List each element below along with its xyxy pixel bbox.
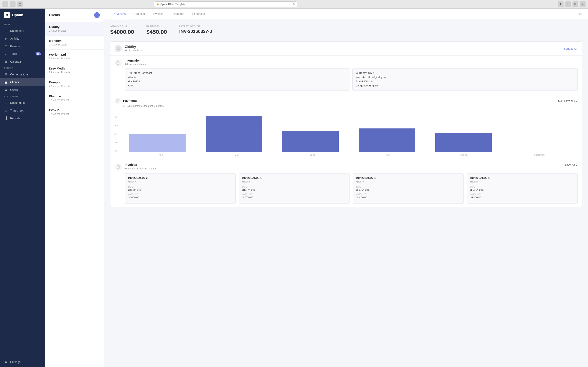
period-selector[interactable]: Last 6 Months ∨	[558, 99, 578, 102]
invoice-amount-label-2: Amount	[356, 193, 460, 196]
invoices-title: Invoices	[125, 163, 137, 166]
payments-header: Payments Last 6 Months ∨	[114, 97, 578, 104]
sidebar-item-dashboard[interactable]: Dashboard	[0, 27, 45, 35]
sidebar-item-calendar[interactable]: Calendar	[0, 58, 45, 66]
sidebar-item-conversations[interactable]: Conversations	[0, 71, 45, 78]
client-item-0[interactable]: Giddify 1 Active Project	[45, 22, 104, 36]
sidebar-toggle-button[interactable]: ◫	[17, 1, 23, 7]
windows-button[interactable]: ⧉	[572, 1, 578, 7]
sidebar-item-projects[interactable]: Projects	[0, 42, 45, 50]
sidebar-item-users[interactable]: Users	[0, 86, 45, 94]
payments-title-block: Payments	[114, 97, 138, 104]
x-label-may: May	[199, 154, 275, 156]
client-name-5: Plummu	[49, 94, 100, 98]
sidebar-item-reports[interactable]: Reports	[0, 114, 45, 122]
settings-label: Settings	[10, 360, 21, 364]
refresh-icon[interactable]: ↻	[293, 3, 295, 6]
client-name-4: Komplic	[49, 81, 100, 84]
x-label-september: September	[502, 154, 578, 156]
client-item-3[interactable]: Drev Media 2 Archived Projects	[45, 63, 104, 77]
tab-overview[interactable]: Overview	[110, 8, 130, 19]
send-email-button[interactable]: Send Email	[564, 47, 578, 50]
client-avatar	[114, 45, 122, 52]
sidebar-item-label-activity: Activity	[10, 37, 19, 40]
sidebar-item-label-projects: Projects	[10, 45, 21, 48]
app-container: O Opalin MAIN Dashboard Activity Project…	[0, 8, 588, 367]
y-axis-labels: $4k $3k $2k $1k $0k	[114, 116, 118, 152]
calendar-icon	[4, 60, 8, 63]
sidebar-item-timesheet[interactable]: Timesheet	[0, 107, 45, 114]
client-item-1[interactable]: Mondemi 2 Active Projects	[45, 36, 104, 50]
invoice-id-3: INV-20160625-1	[470, 176, 574, 179]
invoice-id-2: INV-20160627-4	[356, 176, 460, 179]
dashboard-icon	[4, 29, 8, 33]
x-label-april: April	[123, 154, 199, 156]
section-label-main: MAIN	[0, 22, 45, 27]
forward-button[interactable]: ›	[10, 1, 16, 7]
tab-projects[interactable]: Projects	[130, 8, 149, 19]
activity-icon	[4, 37, 8, 40]
client-sub-1: 2 Active Projects	[49, 43, 100, 46]
tab-invoices[interactable]: Invoices	[149, 8, 167, 19]
sidebar-item-label-conversations: Conversations	[10, 73, 29, 76]
invoice-id-0: INV-20160827-3	[128, 176, 232, 179]
details-box: Currency: USD Website: https://giddify.c…	[352, 68, 578, 91]
payments-clock-icon	[114, 98, 121, 104]
y-label-3k: $3k	[114, 124, 118, 127]
tab-expenses-label: Expenses	[192, 12, 205, 16]
settings-item[interactable]: Settings	[4, 360, 41, 364]
sidebar-item-tasks[interactable]: Tasks 10	[0, 50, 45, 58]
information-content: Information Address and details. 7th Str…	[125, 59, 578, 91]
client-item-6[interactable]: Evox Z 1 Archived Project	[45, 105, 104, 119]
sidebar-item-activity[interactable]: Activity	[0, 35, 45, 42]
chart-inner: $4k $3k $2k $1k $0k	[114, 111, 578, 152]
tab-estimates[interactable]: Estimates	[167, 8, 188, 19]
client-card-name: Giddify	[125, 45, 143, 49]
invoice-card-2[interactable]: INV-20160627-4 Giddify Due 30/06/2016 Am…	[353, 173, 464, 204]
stat-amount-due: AMOUNT DUE $4000.00	[110, 25, 134, 35]
address-bar[interactable]: 🔒 Opalin HTML Template ↻	[154, 1, 297, 7]
client-sub-3: 2 Archived Projects	[49, 71, 100, 74]
stat-expenses: EXPENSES $450.00	[146, 25, 167, 35]
add-client-button[interactable]: +	[94, 12, 100, 18]
bars-area	[120, 116, 578, 152]
invoice-card-0[interactable]: INV-20160827-3 Giddify Due 31/08/2016 Am…	[125, 173, 236, 204]
invoice-card-1[interactable]: INV-20160728-4 Giddify Due 31/07/2016 Am…	[239, 173, 350, 204]
share-button[interactable]: ⬆	[565, 1, 571, 7]
invoice-due-value-2: 30/06/2016	[356, 188, 460, 192]
sidebar-item-label-tasks: Tasks	[10, 52, 17, 55]
sidebar-item-label-documents: Documents	[10, 101, 25, 104]
invoices-header: Invoices Show All ∨	[125, 163, 578, 166]
invoice-amount-label-3: Amount	[470, 193, 574, 196]
client-item-4[interactable]: Komplic 4 Archived Projects	[45, 77, 104, 91]
client-title-block: Giddify Mr. Rocco Erhart	[114, 45, 143, 52]
period-selector-label: Last 6 Months	[558, 99, 575, 102]
new-tab-button[interactable]: +	[580, 1, 586, 7]
tab-invoices-label: Invoices	[153, 12, 163, 16]
sidebar-item-label-calendar: Calendar	[10, 60, 22, 63]
svg-point-2	[118, 62, 118, 63]
content-settings-button[interactable]: ⚙	[579, 12, 582, 16]
sidebar-item-documents[interactable]: Documents	[0, 99, 45, 107]
tab-overview-label: Overview	[114, 12, 126, 16]
client-item-5[interactable]: Plummu 1 Archived Project	[45, 91, 104, 105]
sidebar-item-clients[interactable]: Clients	[0, 78, 45, 86]
invoice-amount-value-1: $4700.00	[242, 196, 346, 199]
conversations-icon	[4, 73, 8, 76]
download-button[interactable]: ⬇	[558, 1, 563, 7]
tab-expenses[interactable]: Expenses	[188, 8, 209, 19]
invoices-content: Invoices Show All ∨ You have 18 invoices…	[125, 163, 578, 204]
payments-section: Payments Last 6 Months ∨ $12.700 in tota…	[111, 94, 582, 156]
latest-invoice-value: INV-20160827-3	[179, 29, 212, 34]
invoice-card-3[interactable]: INV-20160625-1 Giddify Due 30/06/2016 Am…	[467, 173, 578, 204]
back-button[interactable]: ‹	[2, 1, 8, 7]
sidebar: O Opalin MAIN Dashboard Activity Project…	[0, 8, 45, 367]
show-all-button[interactable]: Show All ∨	[565, 163, 578, 166]
sidebar-footer: Settings	[0, 357, 45, 367]
payments-sub: $12.700 in total for the past 6 months.	[114, 105, 578, 108]
bar-group-july	[349, 116, 425, 152]
client-item-2[interactable]: Worlom Ltd 3 Archived Projects	[45, 50, 104, 63]
sidebar-item-label-clients: Clients	[10, 81, 19, 84]
information-icon	[114, 59, 122, 67]
y-label-0k: $0k	[114, 150, 118, 152]
